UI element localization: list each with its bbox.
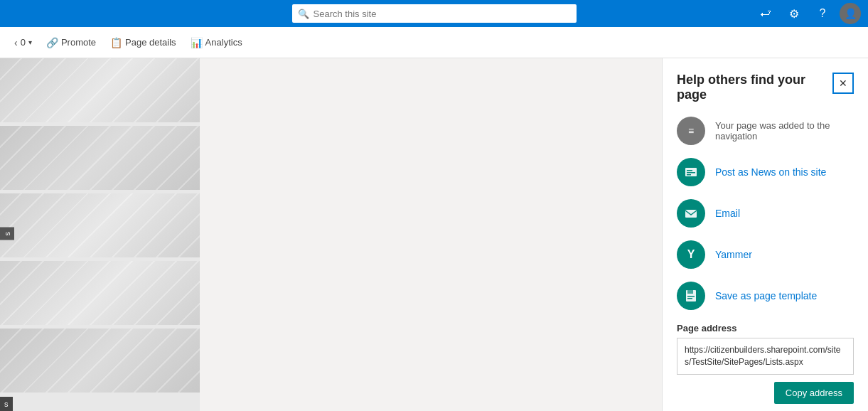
toolbar: ‹ 0 ▾ 🔗 Promote 📋 Page details 📊 Analyti… bbox=[0, 27, 868, 58]
close-panel-button[interactable]: ✕ bbox=[832, 73, 854, 94]
user-avatar[interactable]: 👤 bbox=[840, 3, 861, 24]
hero-band-3 bbox=[0, 193, 200, 257]
help-find-page-panel: Help others find your page ✕ ≡ Your page… bbox=[662, 58, 868, 411]
save-template-icon bbox=[677, 282, 705, 310]
post-news-icon bbox=[677, 158, 705, 186]
svg-rect-2 bbox=[687, 172, 695, 174]
page-details-toolbar-item[interactable]: 📋 Page details bbox=[105, 34, 182, 51]
hero-band-5 bbox=[0, 329, 200, 393]
top-nav-bar: 🔍 ⮐ ⚙ ? 👤 bbox=[0, 0, 868, 27]
hero-band-1 bbox=[0, 58, 200, 122]
page-address-label: Page address bbox=[677, 323, 854, 333]
copy-address-button[interactable]: Copy address bbox=[774, 382, 854, 404]
svg-rect-3 bbox=[687, 174, 691, 176]
panel-header: Help others find your page ✕ bbox=[677, 73, 854, 102]
toolbar-back-item[interactable]: ‹ 0 ▾ bbox=[9, 34, 38, 51]
back-icon: ‹ bbox=[14, 37, 18, 48]
back-nav-icon[interactable]: ⮐ bbox=[754, 2, 777, 25]
svg-rect-6 bbox=[687, 290, 693, 294]
promote-toolbar-item[interactable]: 🔗 Promote bbox=[41, 34, 102, 51]
search-icon: 🔍 bbox=[298, 9, 309, 19]
analytics-toolbar-item[interactable]: 📊 Analytics bbox=[185, 34, 248, 51]
hero-band-2 bbox=[0, 126, 200, 190]
yammer-text: Yammer bbox=[715, 249, 752, 260]
panel-save-template-item[interactable]: Save as page template bbox=[677, 282, 854, 310]
panel-navigation-item[interactable]: ≡ Your page was added to the navigation bbox=[677, 117, 854, 145]
search-box[interactable]: 🔍 bbox=[292, 4, 577, 23]
analytics-label: Analytics bbox=[205, 37, 242, 48]
bottom-label: s bbox=[0, 397, 13, 411]
top-nav-right: ⮐ ⚙ ? 👤 bbox=[754, 2, 861, 25]
panel-title: Help others find your page bbox=[677, 73, 832, 102]
main-content-area: s s Help others find your page ✕ ≡ Your … bbox=[0, 58, 868, 411]
page-details-label: Page details bbox=[125, 37, 176, 48]
reply-icon: ⮐ bbox=[760, 7, 771, 20]
page-address-value: https://citizenbuilders.sharepoint.com/s… bbox=[677, 338, 854, 375]
email-text: Email bbox=[715, 208, 740, 219]
dropdown-arrow-icon: ▾ bbox=[28, 38, 32, 46]
analytics-icon: 📊 bbox=[191, 37, 203, 48]
email-icon bbox=[677, 199, 705, 228]
svg-rect-4 bbox=[685, 210, 697, 218]
yammer-icon: Y bbox=[677, 240, 705, 269]
help-icon-btn[interactable]: ? bbox=[811, 2, 834, 25]
svg-rect-7 bbox=[687, 296, 695, 297]
settings-icon-btn[interactable]: ⚙ bbox=[783, 2, 805, 25]
left-side-label: s bbox=[0, 228, 14, 240]
close-icon: ✕ bbox=[839, 78, 847, 89]
navigation-item-text: Your page was added to the navigation bbox=[715, 120, 854, 142]
gear-icon: ⚙ bbox=[789, 7, 799, 21]
panel-yammer-item[interactable]: Y Yammer bbox=[677, 240, 854, 269]
hero-background bbox=[0, 58, 200, 411]
navigation-icon: ≡ bbox=[677, 117, 705, 145]
page-details-icon: 📋 bbox=[110, 37, 122, 48]
search-input[interactable] bbox=[314, 9, 571, 19]
panel-post-news-item[interactable]: Post as News on this site bbox=[677, 158, 854, 186]
promote-icon: 🔗 bbox=[46, 37, 58, 48]
save-template-text: Save as page template bbox=[715, 290, 817, 301]
hero-band-4 bbox=[0, 261, 200, 325]
svg-rect-1 bbox=[687, 170, 692, 171]
svg-rect-8 bbox=[687, 298, 692, 299]
panel-email-item[interactable]: Email bbox=[677, 199, 854, 228]
promote-label: Promote bbox=[61, 37, 96, 48]
back-label: 0 bbox=[21, 37, 26, 48]
post-news-text: Post as News on this site bbox=[715, 166, 826, 178]
page-address-section: Page address https://citizenbuilders.sha… bbox=[677, 323, 854, 375]
question-icon: ? bbox=[820, 7, 826, 20]
